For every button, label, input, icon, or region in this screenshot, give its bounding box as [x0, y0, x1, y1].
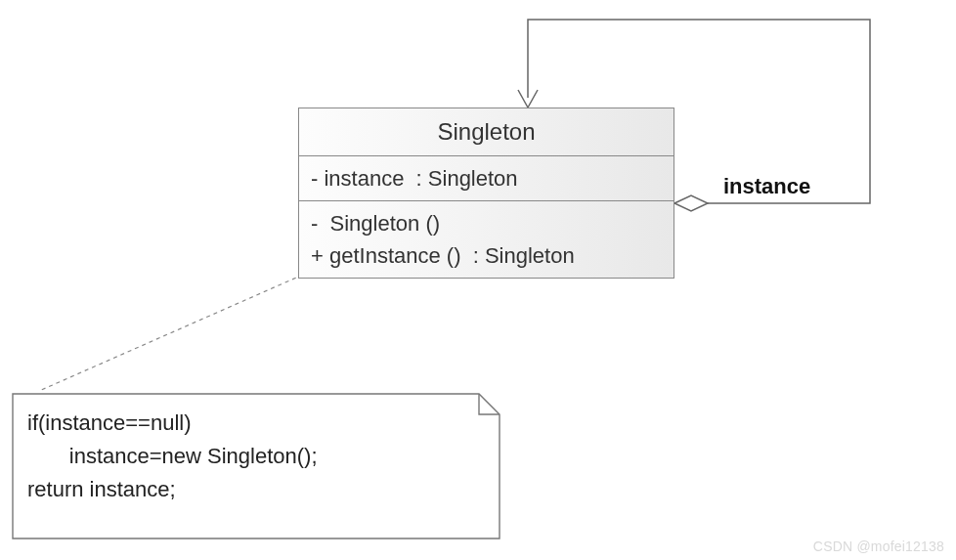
uml-attribute-row: - instance : Singleton	[311, 162, 662, 194]
association-role-label: instance	[723, 174, 810, 199]
uml-note: if(instance==null) instance=new Singleto…	[12, 393, 500, 539]
watermark-text: CSDN @mofei12138	[813, 538, 944, 554]
uml-note-body: if(instance==null) instance=new Singleto…	[12, 393, 500, 539]
uml-operation-row: + getInstance () : Singleton	[311, 239, 662, 272]
note-line: instance=new Singleton();	[27, 440, 485, 473]
note-line: return instance;	[27, 473, 485, 506]
uml-operations-compartment: - Singleton () + getInstance () : Single…	[299, 201, 674, 278]
uml-operation-row: - Singleton ()	[311, 207, 662, 239]
uml-class-name: Singleton	[299, 108, 674, 156]
class-name-text: Singleton	[437, 118, 535, 145]
note-line: if(instance==null)	[27, 407, 485, 440]
uml-class-singleton: Singleton - instance : Singleton - Singl…	[298, 108, 674, 279]
uml-attributes-compartment: - instance : Singleton	[299, 156, 674, 201]
